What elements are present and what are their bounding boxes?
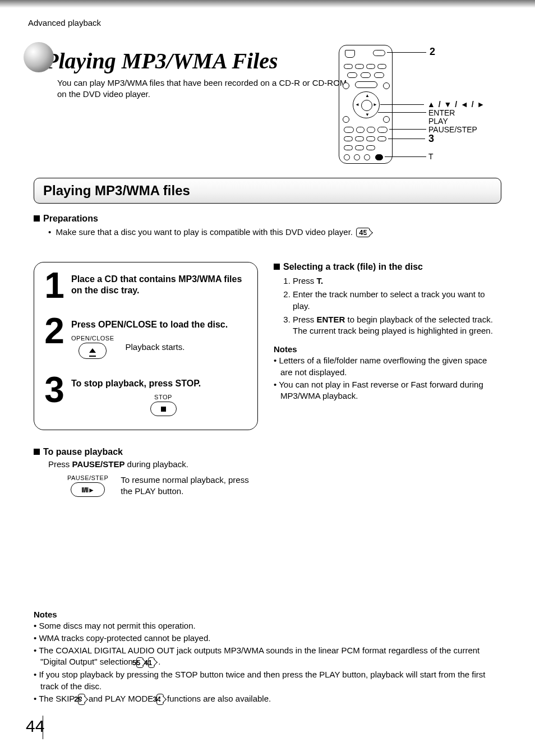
step-3-title: To stop playback, press STOP.: [71, 378, 248, 389]
steps-card: 1 Place a CD that contains MP3/WMA files…: [34, 262, 258, 430]
step-2-sub: Playback starts.: [126, 342, 185, 352]
step-3: 3 To stop playback, press STOP. STOP: [43, 376, 248, 416]
step-2-title: Press OPEN/CLOSE to load the disc.: [71, 319, 248, 330]
step-1: 1 Place a CD that contains MP3/WMA files…: [43, 271, 248, 300]
remote-enter-label: ENTER: [428, 108, 455, 117]
section-heading: Playing MP3/WMA files: [43, 183, 492, 199]
preparations-heading: Preparations: [34, 214, 501, 224]
page-ref-55: 55: [136, 657, 143, 669]
pause-step-button-icon: II/II►: [71, 482, 105, 497]
page-ref-41: 41: [148, 657, 155, 669]
nav-ring-icon: ▲ ▼ ◄ ►: [353, 91, 380, 118]
selecting-heading: Selecting a track (file) in the disc: [274, 262, 501, 272]
selecting-notes-list: Letters of a file/folder name overflowin…: [274, 355, 501, 402]
remote-diagram: ▲ ▼ ◄ ►: [339, 45, 496, 168]
page-ref-45: 45: [356, 228, 370, 237]
bottom-notes-heading: Notes: [34, 610, 501, 619]
selecting-item-2: Enter the track number to select a track…: [293, 289, 501, 312]
top-gradient: [0, 0, 535, 8]
bottom-notes-list: Some discs may not permit this operation…: [34, 620, 501, 705]
remote-callout-3: 3: [428, 133, 434, 145]
bottom-note-5: The SKIP 29 and PLAY MODE 34 functions a…: [34, 693, 501, 705]
selecting-notes-heading: Notes: [274, 344, 501, 354]
section-heading-bar: Playing MP3/WMA files: [34, 178, 501, 204]
pause-resume-text: To resume normal playback, press the PLA…: [121, 474, 261, 497]
step-number-1: 1: [43, 271, 66, 300]
remote-arrows-label: ▲ / ▼ / ◄ / ►: [427, 100, 485, 109]
preparations-bullet: • Make sure that a disc you want to play…: [48, 227, 501, 238]
selecting-item-3: Press ENTER to begin playback of the sel…: [293, 314, 501, 337]
eject-button-icon: [79, 343, 107, 359]
selecting-note-1: Letters of a file/folder name overflowin…: [274, 355, 501, 378]
step-number-2: 2: [43, 317, 66, 359]
header-section-label: Advanced playback: [28, 18, 501, 27]
step-1-title: Place a CD that contains MP3/WMA files o…: [71, 274, 248, 296]
remote-pause-label: PAUSE/STEP: [428, 125, 477, 134]
step-number-3: 3: [43, 376, 66, 416]
decorative-sphere: [24, 42, 54, 72]
bottom-note-3: The COAXIAL DIGITAL AUDIO OUT jack outpu…: [34, 645, 501, 668]
bottom-note-1: Some discs may not permit this operation…: [34, 620, 501, 631]
intro-text: You can play MP3/WMA files that have bee…: [57, 77, 349, 100]
remote-play-label: PLAY: [428, 117, 448, 126]
selecting-note-2: You can not play in Fast reverse or Fast…: [274, 379, 501, 402]
selecting-item-1: Press T.: [293, 275, 501, 287]
pause-step-caption: PAUSE/STEP: [67, 474, 108, 481]
page-ref-29: 29: [78, 694, 85, 705]
stop-button-icon: [150, 402, 177, 416]
bottom-note-4: If you stop playback by pressing the STO…: [34, 669, 501, 692]
stop-caption: STOP: [154, 394, 172, 400]
remote-t-label: T: [428, 152, 433, 161]
page-ref-34: 34: [156, 694, 163, 705]
bottom-note-2: WMA tracks copy-protected cannot be play…: [34, 633, 501, 644]
open-close-caption: OPEN/CLOSE: [71, 335, 114, 342]
pause-line: Press PAUSE/STEP during playback.: [48, 459, 501, 469]
page-number: 44: [26, 717, 44, 736]
selecting-list: Press T. Enter the track number to selec…: [293, 275, 501, 336]
pause-heading: To pause playback: [34, 447, 501, 457]
step-2: 2 Press OPEN/CLOSE to load the disc. OPE…: [43, 317, 248, 359]
remote-callout-2: 2: [430, 46, 435, 58]
